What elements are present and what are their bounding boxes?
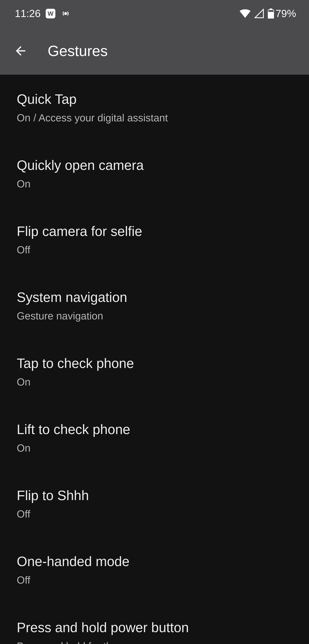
item-subtitle: Press and hold for the power menu	[17, 640, 292, 644]
item-title: Quick Tap	[17, 92, 292, 107]
battery-percent-text: 79%	[276, 8, 296, 20]
app-bar: Gestures	[0, 27, 309, 75]
battery-indicator: 79%	[268, 8, 296, 20]
item-title: Tap to check phone	[17, 356, 292, 371]
item-title: Press and hold power button	[17, 620, 292, 635]
status-bar-right: 79%	[240, 8, 296, 20]
item-title: One-handed mode	[17, 554, 292, 569]
status-bar-left: 11:26 W	[15, 8, 71, 20]
item-press-and-hold-power-button[interactable]: Press and hold power button Press and ho…	[0, 603, 309, 644]
item-one-handed-mode[interactable]: One-handed mode Off	[0, 537, 309, 603]
item-subtitle: Gesture navigation	[17, 310, 292, 322]
cellular-signal-icon	[254, 8, 264, 18]
app-notification-icon: W	[46, 9, 55, 18]
status-bar: 11:26 W	[0, 0, 309, 27]
item-quick-tap[interactable]: Quick Tap On / Access your digital assis…	[0, 75, 309, 141]
item-subtitle: On	[17, 178, 292, 190]
item-quickly-open-camera[interactable]: Quickly open camera On	[0, 141, 309, 207]
item-flip-to-shhh[interactable]: Flip to Shhh Off	[0, 471, 309, 537]
item-title: Quickly open camera	[17, 158, 292, 173]
item-subtitle: On	[17, 442, 292, 454]
device-frame: 11:26 W	[0, 0, 309, 644]
back-button[interactable]	[13, 43, 28, 58]
item-title: Flip camera for selfie	[17, 224, 292, 239]
item-subtitle: Off	[17, 574, 292, 586]
settings-list: Quick Tap On / Access your digital assis…	[0, 75, 309, 644]
item-lift-to-check-phone[interactable]: Lift to check phone On	[0, 405, 309, 471]
item-subtitle: On / Access your digital assistant	[17, 112, 292, 124]
broadcast-icon	[60, 8, 71, 19]
page-title: Gestures	[48, 42, 108, 60]
item-system-navigation[interactable]: System navigation Gesture navigation	[0, 273, 309, 339]
item-title: System navigation	[17, 290, 292, 305]
svg-point-0	[65, 12, 67, 14]
svg-rect-3	[268, 12, 274, 18]
item-title: Flip to Shhh	[17, 488, 292, 503]
arrow-back-icon	[14, 44, 28, 58]
item-tap-to-check-phone[interactable]: Tap to check phone On	[0, 339, 309, 405]
item-subtitle: Off	[17, 244, 292, 256]
wifi-icon	[240, 9, 250, 18]
item-subtitle: On	[17, 376, 292, 388]
status-clock: 11:26	[15, 8, 40, 20]
item-subtitle: Off	[17, 508, 292, 520]
item-title: Lift to check phone	[17, 422, 292, 437]
item-flip-camera-for-selfie[interactable]: Flip camera for selfie Off	[0, 207, 309, 273]
